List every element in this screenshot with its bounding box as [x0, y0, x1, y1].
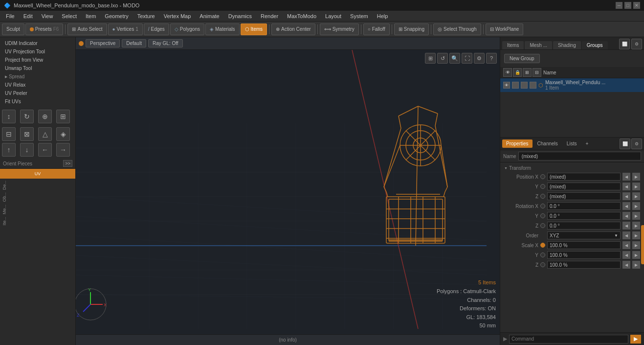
rotation-z-radio[interactable] — [540, 223, 545, 228]
item-lock-check[interactable] — [512, 82, 519, 89]
window-controls[interactable]: ─ □ ✕ — [616, 2, 640, 9]
rotation-z-slider[interactable]: ◀ — [622, 222, 630, 230]
visibility-icon[interactable]: 👁 — [503, 68, 512, 77]
order-value[interactable]: XYZ ▼ — [547, 231, 621, 239]
rotation-x-value[interactable]: 0.0 ° — [547, 202, 621, 210]
position-x-value[interactable]: (mixed) — [547, 173, 621, 181]
menu-edit[interactable]: Edit — [20, 12, 37, 20]
order-slider[interactable]: ◀ — [622, 231, 630, 239]
rotation-x-slider[interactable]: ◀ — [622, 202, 630, 210]
raygl-button[interactable]: Ray GL: Off — [148, 39, 183, 47]
tab-add[interactable]: + — [581, 139, 592, 148]
falloff-button[interactable]: ○ Falloff — [363, 23, 390, 35]
symmetry-button[interactable]: ⟺ Symmetry — [320, 23, 359, 35]
command-execute-button[interactable]: ▶ — [630, 335, 641, 344]
rotation-y-slider[interactable]: ◀ — [622, 212, 630, 220]
menu-file[interactable]: File — [2, 12, 19, 20]
tool-down-arrow[interactable]: ↓ — [20, 143, 34, 157]
tool-uv2[interactable]: ⊠ — [20, 127, 34, 141]
menu-select[interactable]: Select — [58, 12, 81, 20]
unwrap-tool[interactable]: Unwrap Tool — [2, 64, 73, 72]
vp-orbit-button[interactable]: ↺ — [437, 53, 448, 64]
tool-up-arrow[interactable]: ↑ — [2, 143, 16, 157]
menu-layout[interactable]: Layout — [321, 12, 345, 20]
viewport-canvas[interactable]: X Y Z ⊞ ↺ 🔍 ⛶ ⚙ ? 5 Items Polygons : Cat — [76, 50, 500, 334]
snapping-button[interactable]: ⊞ Snapping — [394, 23, 429, 35]
position-z-radio[interactable] — [540, 194, 545, 199]
props-expand-button[interactable]: ⬜ — [620, 138, 630, 149]
position-y-slider-right[interactable]: ▶ — [632, 183, 640, 190]
order-slider-right[interactable]: ▶ — [632, 231, 640, 239]
scale-z-slider[interactable]: ◀ — [622, 261, 630, 269]
right-panel-settings-button[interactable]: ⚙ — [631, 39, 642, 49]
uv-relax[interactable]: UV Relax — [2, 81, 73, 89]
workplane-button[interactable]: ⊟ WorkPlane — [486, 23, 524, 35]
rotation-x-slider-right[interactable]: ▶ — [632, 202, 640, 210]
auto-select-button[interactable]: ⊞ Auto Select — [67, 23, 107, 35]
menu-system[interactable]: System — [346, 12, 372, 20]
tool-uv4[interactable]: ◈ — [56, 127, 70, 141]
me-vert-tab[interactable]: Me... — [1, 204, 74, 215]
de-vert-tab[interactable]: De... — [1, 180, 74, 191]
tab-channels[interactable]: Channels — [533, 139, 562, 148]
rotation-y-radio[interactable] — [540, 213, 545, 218]
item-render-check[interactable] — [521, 82, 528, 89]
fit-uvs[interactable]: Fit UVs — [2, 97, 73, 106]
edges-button[interactable]: / Edges — [144, 23, 169, 35]
items-button[interactable]: ⬡ Items — [241, 23, 267, 35]
menu-texture[interactable]: Texture — [133, 12, 159, 20]
scale-x-radio[interactable] — [540, 243, 545, 248]
position-x-slider[interactable]: ◀ — [622, 173, 630, 181]
expand-button[interactable]: >> — [63, 160, 72, 167]
menu-view[interactable]: View — [38, 12, 57, 20]
sculpt-button[interactable]: Sculpt — [2, 23, 24, 35]
tool-transform[interactable]: ⊞ — [56, 110, 70, 123]
tab-items[interactable]: Items — [502, 41, 524, 49]
command-input[interactable] — [509, 335, 628, 344]
menu-vertexmap[interactable]: Vertex Map — [160, 12, 195, 20]
tab-lists[interactable]: Lists — [563, 139, 581, 148]
right-panel-expand-button[interactable]: ⬜ — [619, 39, 630, 49]
scale-x-slider[interactable]: ◀ — [622, 241, 630, 249]
tool-uv3[interactable]: △ — [38, 127, 52, 141]
vp-help-button[interactable]: ? — [486, 53, 497, 64]
scale-y-slider-right[interactable]: ▶ — [632, 251, 640, 259]
props-settings-button[interactable]: ⚙ — [631, 138, 642, 149]
project-from-view[interactable]: Project from View — [2, 56, 73, 64]
position-x-slider-right[interactable]: ▶ — [632, 173, 640, 181]
wire-icon[interactable]: ⊟ — [533, 68, 541, 77]
scale-y-radio[interactable] — [540, 253, 545, 257]
rotation-z-slider-right[interactable]: ▶ — [632, 222, 640, 230]
maximize-button[interactable]: □ — [624, 2, 631, 9]
scale-y-slider[interactable]: ◀ — [622, 251, 630, 259]
ob-vert-tab[interactable]: Ob... — [1, 191, 74, 203]
tool-right-arrow[interactable]: → — [56, 143, 70, 157]
tool-uv1[interactable]: ⊟ — [2, 127, 16, 141]
item-visibility-check[interactable]: 👁 — [503, 82, 510, 89]
vertices-button[interactable]: ● Vertices 1 — [108, 23, 143, 35]
position-z-slider-right[interactable]: ▶ — [632, 192, 640, 200]
menu-item[interactable]: Item — [82, 12, 100, 20]
uv-vert-tab[interactable]: UV — [0, 169, 75, 179]
render-icon[interactable]: ⊞ — [523, 68, 532, 77]
uv-peeler[interactable]: UV Peeler — [2, 89, 73, 97]
menu-maxtomodo[interactable]: MaxToModo — [283, 12, 320, 20]
list-item[interactable]: 👁 ⬡ Maxwell_Wheel_Pendulu ... 1 Item — [500, 78, 644, 92]
perspective-button[interactable]: Perspective — [86, 39, 120, 47]
rotation-z-value[interactable]: 0.0 ° — [547, 222, 621, 230]
name-value[interactable]: (mixed) — [518, 152, 641, 161]
tab-mesh[interactable]: Mesh ... — [525, 41, 552, 49]
menu-render[interactable]: Render — [257, 12, 282, 20]
polygons-button[interactable]: ◇ Polygons — [170, 23, 204, 35]
vp-settings-button[interactable]: ⚙ — [474, 53, 485, 64]
tool-scale[interactable]: ⊕ — [38, 110, 52, 123]
new-group-button[interactable]: New Group — [504, 54, 540, 63]
position-z-slider[interactable]: ◀ — [622, 192, 630, 200]
menu-animate[interactable]: Animate — [196, 12, 223, 20]
presets-button[interactable]: Presets F6 — [25, 23, 64, 35]
menu-geometry[interactable]: Geometry — [101, 12, 132, 20]
position-y-slider[interactable]: ◀ — [622, 183, 630, 190]
action-center-button[interactable]: ⊕ Action Center — [271, 23, 315, 35]
item-wire-check[interactable] — [530, 82, 536, 89]
tool-left-arrow[interactable]: ← — [38, 143, 52, 157]
